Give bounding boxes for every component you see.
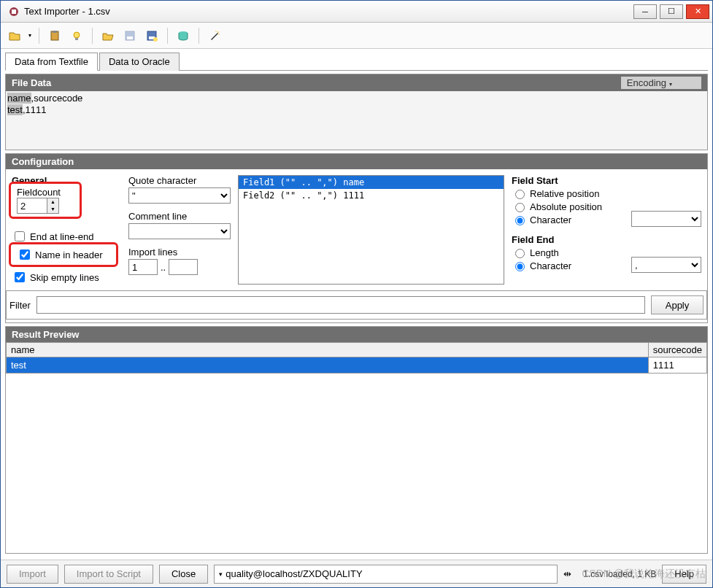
fe-length-radio[interactable]	[515, 249, 525, 258]
spinner-down-icon[interactable]: ▼	[47, 206, 58, 213]
import-lines-from[interactable]	[128, 259, 158, 275]
close-button[interactable]: Close	[159, 565, 208, 584]
text-importer-window: Text Importer - 1.csv ─ ☐ ✕ ▾ Data from …	[0, 0, 713, 588]
file-data-section: File Data Encoding▾ name,sourcecode test…	[5, 74, 708, 150]
svg-point-4	[74, 32, 80, 38]
svg-rect-7	[127, 36, 133, 39]
save-as-icon[interactable]	[144, 28, 160, 44]
list-item[interactable]: Field2 ("" .. ",") 1111	[239, 189, 504, 202]
field-start-label: Field Start	[512, 175, 617, 186]
fs-absolute-radio[interactable]	[515, 203, 525, 212]
svg-rect-3	[53, 31, 57, 33]
file-data-preview[interactable]: name,sourcecode test,1111	[6, 91, 707, 150]
svg-rect-1	[12, 9, 16, 14]
table-cell[interactable]: test	[7, 357, 649, 374]
comment-line-select[interactable]	[128, 223, 231, 239]
filter-label: Filter	[9, 300, 31, 311]
fs-relative-radio[interactable]	[515, 190, 525, 199]
encoding-dropdown[interactable]: Encoding▾	[621, 77, 701, 89]
fieldcount-spinner[interactable]: ▲▼	[17, 198, 59, 214]
svg-point-10	[153, 37, 158, 42]
comment-line-label: Comment line	[128, 211, 231, 222]
result-preview-section: Result Preview name sourcecode test 1111	[5, 326, 708, 554]
quote-character-select[interactable]: "	[128, 187, 231, 204]
table-row: test 1111	[7, 357, 707, 374]
column-header[interactable]: name	[7, 343, 649, 357]
wizard-icon[interactable]	[207, 28, 223, 44]
configuration-header: Configuration	[12, 156, 74, 167]
fs-character-select[interactable]	[631, 211, 701, 227]
svg-point-13	[215, 31, 217, 32]
paste-icon[interactable]	[47, 28, 63, 44]
filter-row: Filter Apply	[6, 290, 707, 320]
list-item[interactable]: Field1 ("" .. ",") name	[239, 176, 504, 189]
fieldcount-label: Fieldcount	[17, 187, 74, 198]
import-lines-label: Import lines	[128, 247, 231, 258]
plug-icon: ⇹	[563, 568, 571, 579]
column-header[interactable]: sourcecode	[648, 343, 706, 357]
fs-character-radio[interactable]	[515, 216, 525, 225]
import-to-script-button[interactable]: Import to Script	[64, 565, 153, 584]
quote-character-label: Quote character	[128, 175, 231, 186]
tabs: Data from Textfile Data to Oracle	[5, 52, 708, 71]
name-in-header-checkbox[interactable]	[20, 249, 30, 260]
configuration-section: Configuration General Fieldcount ▲▼ End …	[5, 153, 708, 323]
apply-button[interactable]: Apply	[651, 295, 704, 314]
watermark: CSDN @我说沧海还没有枯	[582, 568, 706, 581]
app-icon	[8, 6, 20, 18]
import-lines-to[interactable]	[169, 259, 198, 275]
fieldcount-input[interactable]	[18, 198, 47, 213]
result-grid[interactable]: name sourcecode test 1111	[6, 342, 707, 553]
tab-data-from-textfile[interactable]: Data from Textfile	[5, 53, 98, 71]
tab-data-to-oracle[interactable]: Data to Oracle	[99, 53, 180, 71]
lightbulb-icon[interactable]	[69, 28, 85, 44]
save-icon[interactable]	[122, 28, 138, 44]
fieldcount-highlight: Fieldcount ▲▼	[9, 182, 82, 219]
import-button[interactable]: Import	[7, 565, 58, 584]
dropdown-arrow-icon[interactable]: ▾	[28, 32, 31, 39]
window-title: Text Importer - 1.csv	[24, 6, 633, 17]
skip-empty-lines-checkbox[interactable]	[15, 272, 25, 282]
svg-point-14	[218, 34, 220, 35]
open-icon[interactable]	[7, 28, 23, 44]
fe-character-radio[interactable]	[515, 262, 525, 271]
file-data-header: File Data	[12, 77, 51, 88]
connection-combo[interactable]: ▾ quality@localhost/ZXDQUALITY	[214, 565, 558, 584]
close-window-button[interactable]: ✕	[686, 4, 709, 19]
svg-point-12	[217, 31, 219, 33]
filter-input[interactable]	[36, 296, 645, 314]
minimize-button[interactable]: ─	[633, 4, 657, 19]
table-cell[interactable]: 1111	[648, 357, 706, 374]
result-preview-header: Result Preview	[12, 329, 80, 340]
end-at-line-end-checkbox[interactable]	[15, 231, 25, 241]
name-in-header-highlight: Name in header	[9, 242, 118, 267]
field-end-label: Field End	[512, 234, 617, 245]
database-icon[interactable]	[175, 28, 191, 44]
maximize-button[interactable]: ☐	[660, 4, 683, 19]
folder-open-icon[interactable]	[100, 28, 116, 44]
spinner-up-icon[interactable]: ▲	[47, 198, 58, 206]
fields-listbox[interactable]: Field1 ("" .. ",") name Field2 ("" .. ",…	[238, 175, 504, 285]
toolbar: ▾	[1, 23, 712, 49]
fe-character-select[interactable]: ,	[631, 257, 701, 273]
titlebar[interactable]: Text Importer - 1.csv ─ ☐ ✕	[1, 1, 712, 23]
svg-rect-5	[75, 38, 78, 40]
